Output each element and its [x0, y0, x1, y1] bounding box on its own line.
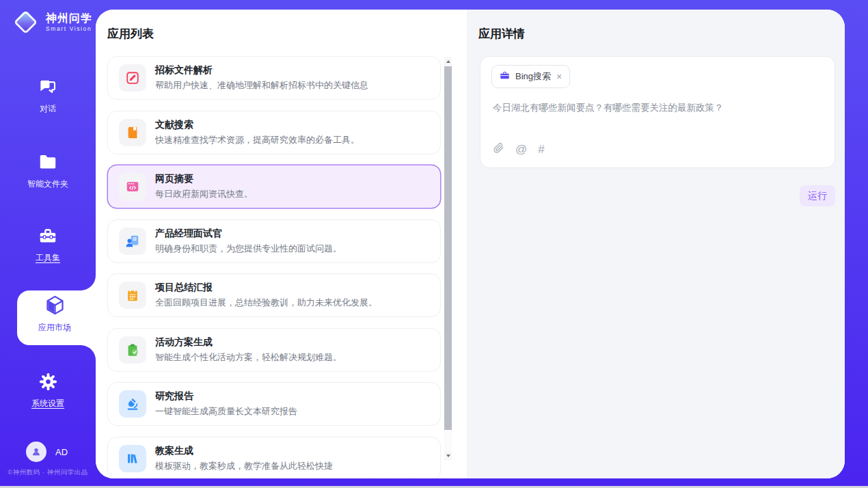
card-desc: 全面回顾项目进展，总结经验教训，助力未来优化发展。 [155, 297, 377, 309]
browser-code-icon [119, 173, 146, 200]
card-title: 文献搜索 [155, 119, 360, 131]
person-document-icon [119, 228, 146, 255]
sidebar-item-label: 应用市场 [17, 322, 92, 334]
sidebar-item-label: 智能文件夹 [0, 178, 96, 190]
sidebar-item-system-settings[interactable]: 系统设置 [0, 372, 96, 409]
sidebar-item-smart-folder[interactable]: 智能文件夹 [0, 152, 96, 190]
pill-bottom-curve [79, 345, 96, 362]
sidebar-item-app-market[interactable]: 应用市场 [17, 294, 92, 334]
close-icon[interactable]: × [556, 72, 562, 81]
notepad-icon [119, 282, 146, 309]
sidebar: 神州问学 Smart Vision 对话 智能文件夹 [0, 0, 96, 488]
user-name: AD [55, 447, 68, 457]
microscope-icon [119, 390, 146, 418]
list-item-bid-analysis[interactable]: 招标文件解析 帮助用户快速、准确地理解和解析招标书中的关键信息 [107, 56, 441, 100]
cube-icon [44, 307, 66, 318]
list-item-literature-search[interactable]: 文献搜索 快速精准查找学术资源，提高研究效率的必备工具。 [107, 111, 441, 154]
folder-icon [38, 163, 58, 174]
triangle-down-icon [446, 455, 450, 457]
card-desc: 一键智能生成高质量长文本研究报告 [155, 405, 297, 418]
prompt-text[interactable]: 今日湖北有哪些新闻要点？有哪些需要关注的最新政策？ [493, 102, 822, 114]
card-title: 活动方案生成 [155, 336, 342, 349]
books-icon [119, 445, 146, 472]
brand-subtitle: Smart Vision [46, 25, 92, 32]
prompt-toolbar: @ # [493, 142, 545, 157]
triangle-up-icon [446, 60, 450, 63]
list-item-research-report[interactable]: 研究报告 一键智能生成高质量长文本研究报告 [107, 382, 441, 426]
card-desc: 每日政府新闻资讯快查。 [155, 188, 253, 200]
paperclip-icon[interactable] [493, 142, 504, 157]
scrollbar-down-button[interactable] [444, 451, 452, 460]
app-list: 招标文件解析 帮助用户快速、准确地理解和解析招标书中的关键信息 文献搜索 快速精… [107, 56, 441, 478]
sidebar-item-label: 对话 [0, 103, 96, 115]
gear-icon [38, 382, 58, 394]
sidebar-item-toolset[interactable]: 工具集 [0, 226, 96, 264]
card-title: 项目总结汇报 [155, 282, 377, 294]
pill-top-curve [79, 274, 96, 290]
brand-logo: 神州问学 Smart Vision [12, 9, 92, 35]
card-desc: 快速精准查找学术资源，提高研究效率的必备工具。 [155, 134, 360, 146]
scrollbar-thumb[interactable] [444, 66, 452, 430]
card-desc: 明确身份和职责，为您提供专业性的面试问题。 [155, 243, 342, 255]
brand-diamond-icon [12, 9, 38, 35]
list-item-pm-interviewer[interactable]: 产品经理面试官 明确身份和职责，为您提供专业性的面试问题。 [107, 219, 441, 263]
brand-name: 神州问学 [46, 12, 92, 25]
user-account[interactable]: AD [26, 442, 68, 462]
scrollbar-up-button[interactable] [444, 57, 452, 66]
app-list-title: 应用列表 [107, 26, 154, 42]
card-title: 研究报告 [155, 390, 297, 403]
book-icon [119, 119, 146, 146]
briefcase-icon [500, 70, 510, 83]
card-title: 产品经理面试官 [155, 228, 342, 240]
sidebar-item-label: 工具集 [0, 252, 96, 264]
card-title: 网页摘要 [155, 173, 253, 185]
list-item-event-plan[interactable]: 活动方案生成 智能生成个性化活动方案，轻松解决规划难题。 [107, 328, 441, 372]
at-icon[interactable]: @ [515, 143, 527, 157]
list-item-project-summary[interactable]: 项目总结汇报 全面回顾项目进展，总结经验教训，助力未来优化发展。 [107, 273, 441, 317]
clipboard-check-icon [119, 336, 146, 364]
toolbox-icon [38, 236, 58, 248]
edit-square-icon [119, 64, 146, 92]
prompt-card: Bing搜索 × 今日湖北有哪些新闻要点？有哪些需要关注的最新政策？ @ # [480, 56, 835, 168]
sidebar-footer: ©神州数码 · 神州问学出品 [0, 468, 96, 477]
card-title: 招标文件解析 [155, 64, 368, 77]
person-icon [31, 446, 42, 457]
sidebar-item-label: 系统设置 [0, 398, 96, 409]
avatar [26, 442, 46, 462]
app-detail-panel: 应用详情 Bing搜索 × 今日湖北有哪些新闻要点？有哪些需要关注的最新政策？ [467, 10, 845, 478]
sidebar-item-chat[interactable]: 对话 [0, 77, 96, 115]
app-list-panel: 应用列表 招标文件解析 帮助用户快速、准确地理解和解析招标书中的关键信息 [96, 10, 467, 478]
main-content: 应用列表 招标文件解析 帮助用户快速、准确地理解和解析招标书中的关键信息 [96, 10, 845, 478]
list-item-web-summary[interactable]: 网页摘要 每日政府新闻资讯快查。 [107, 165, 441, 208]
card-desc: 模板驱动，教案秒成，教学准备从此轻松快捷 [155, 460, 333, 472]
tool-tag-bing-search[interactable]: Bing搜索 × [491, 65, 570, 88]
card-title: 教案生成 [155, 445, 333, 457]
list-item-lesson-plan[interactable]: 教案生成 模板驱动，教案秒成，教学准备从此轻松快捷 [107, 437, 441, 479]
chat-icon [38, 87, 58, 99]
app-detail-title: 应用详情 [478, 26, 525, 42]
hash-icon[interactable]: # [538, 143, 544, 157]
card-desc: 智能生成个性化活动方案，轻松解决规划难题。 [155, 351, 342, 364]
tag-label: Bing搜索 [515, 70, 551, 83]
list-scrollbar[interactable] [444, 57, 452, 460]
card-desc: 帮助用户快速、准确地理解和解析招标书中的关键信息 [155, 79, 368, 92]
run-button[interactable]: 运行 [800, 185, 835, 206]
